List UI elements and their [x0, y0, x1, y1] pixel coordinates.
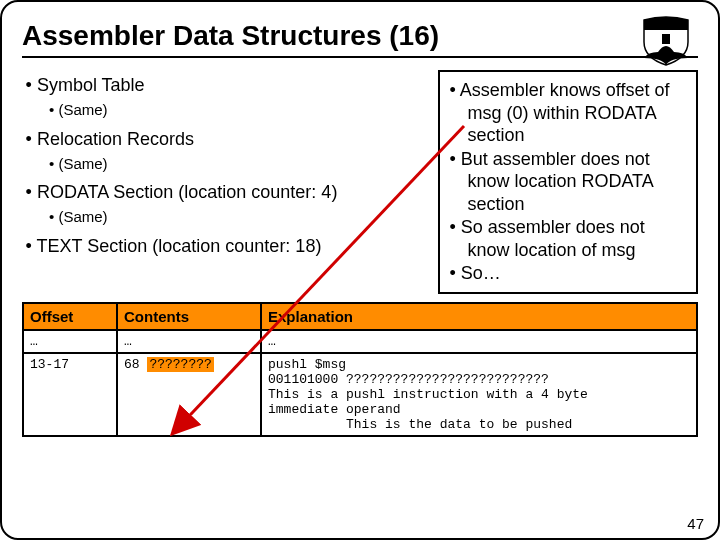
slide-title: Assembler Data Structures (16) — [22, 20, 439, 51]
table-row: … … … — [23, 330, 697, 353]
callout-box: Assembler knows offset of msg (0) within… — [438, 70, 698, 294]
bullet-symbol-table: Symbol Table — [22, 73, 428, 97]
cell-contents-2: 68 ???????? — [117, 353, 261, 436]
highlight-unknown-bytes: ???????? — [147, 357, 213, 372]
cell-contents-1: … — [117, 330, 261, 353]
left-column: Symbol Table (Same) Relocation Records (… — [22, 70, 428, 261]
bullet-text-section: TEXT Section (location counter: 18) — [22, 234, 428, 258]
callout-line-3: So assembler does not know location of m… — [448, 216, 688, 261]
bullet-relocation: Relocation Records — [22, 127, 428, 151]
cell-explanation-2: pushl $msg 001101000 ???????????????????… — [261, 353, 697, 436]
cell-offset-1: … — [23, 330, 117, 353]
page-number: 47 — [687, 515, 704, 532]
text-section-table: Offset Contents Explanation … … … 13-17 … — [22, 302, 698, 437]
table-header-row: Offset Contents Explanation — [23, 303, 697, 330]
slide-frame: Assembler Data Structures (16) Symbol Ta… — [0, 0, 720, 540]
subbullet-symbol-same: (Same) — [22, 100, 428, 120]
svg-rect-0 — [662, 34, 670, 44]
princeton-crest-icon — [638, 16, 694, 66]
table-row: 13-17 68 ???????? pushl $msg 001101000 ?… — [23, 353, 697, 436]
cell-explanation-1: … — [261, 330, 697, 353]
subbullet-rodata-same: (Same) — [22, 207, 428, 227]
col-explanation: Explanation — [261, 303, 697, 330]
col-contents: Contents — [117, 303, 261, 330]
callout-line-4: So… — [448, 262, 688, 285]
bullet-rodata: RODATA Section (location counter: 4) — [22, 180, 428, 204]
content-area: Symbol Table (Same) Relocation Records (… — [22, 70, 698, 294]
subbullet-reloc-same: (Same) — [22, 154, 428, 174]
cell-offset-2: 13-17 — [23, 353, 117, 436]
callout-line-1: Assembler knows offset of msg (0) within… — [448, 79, 688, 147]
opcode-text: 68 — [124, 357, 147, 372]
title-bar: Assembler Data Structures (16) — [22, 20, 698, 58]
col-offset: Offset — [23, 303, 117, 330]
callout-line-2: But assembler does not know location ROD… — [448, 148, 688, 216]
